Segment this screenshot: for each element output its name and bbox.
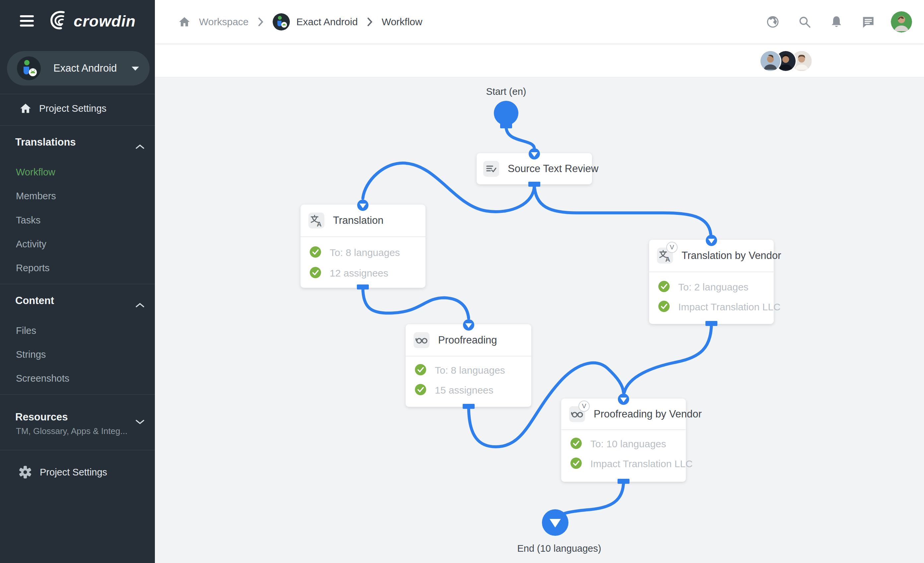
team-avatar-1[interactable]	[759, 50, 782, 72]
divider	[0, 284, 155, 284]
divider	[300, 237, 426, 237]
sidebar-item-reports[interactable]: Reports	[0, 259, 155, 277]
sidebar-item-project-settings-footer[interactable]: Project Settings	[0, 461, 155, 483]
hamburger-menu-icon[interactable]	[20, 15, 34, 28]
divider	[649, 271, 774, 272]
sidebar-section-translations[interactable]: Translations	[0, 133, 155, 151]
chevron-right-icon	[366, 17, 373, 27]
vendor-badge: V	[666, 242, 678, 253]
check-icon	[570, 438, 582, 450]
breadcrumb-page: Workflow	[382, 16, 423, 27]
project-selector-name: Exact Android	[53, 51, 117, 85]
source-text-review-icon	[483, 161, 499, 177]
sidebar-item-workflow[interactable]: Workflow	[0, 163, 155, 181]
glasses-icon	[414, 332, 429, 348]
chat-icon[interactable]	[859, 13, 878, 31]
search-icon[interactable]	[795, 13, 814, 31]
node-row: Impact Translation LLC	[570, 458, 693, 470]
translate-icon: A	[309, 213, 324, 228]
node-title: Proofreading	[438, 334, 497, 346]
check-icon	[658, 301, 670, 313]
sidebar-item-label: Project Settings	[40, 467, 107, 478]
home-icon	[19, 102, 32, 114]
node-row: To: 8 languages	[310, 246, 400, 259]
svg-text:A: A	[317, 220, 322, 228]
node-row-text: To: 8 languages	[435, 365, 505, 376]
node-row: Impact Translation LLC	[658, 301, 780, 313]
sidebar-item-members[interactable]: Members	[0, 187, 155, 205]
divider	[561, 430, 686, 430]
check-icon	[415, 364, 426, 377]
node-title: Source Text Review	[508, 163, 598, 175]
workflow-canvas	[155, 77, 924, 563]
node-row-text: To: 10 languages	[590, 438, 666, 449]
sidebar-item-tasks[interactable]: Tasks	[0, 211, 155, 229]
sidebar-item-activity[interactable]: Activity	[0, 235, 155, 253]
section-label: Translations	[15, 136, 76, 148]
vendor-badge: V	[578, 401, 590, 412]
globe-icon[interactable]	[764, 13, 782, 31]
end-label: End (10 languages)	[493, 543, 626, 554]
check-icon	[658, 281, 670, 293]
check-icon	[310, 267, 321, 280]
gear-icon	[18, 465, 33, 479]
divider	[406, 356, 531, 356]
node-row: 12 assignees	[310, 267, 388, 280]
workflow-node-translation-by-vendor[interactable]: V A Translation by Vendor To: 2 language…	[649, 240, 774, 324]
breadcrumb-project[interactable]: Exact Android	[297, 16, 358, 27]
node-title: Translation	[333, 214, 383, 226]
resources-subtitle: TM, Glossary, Apps & Integ...	[16, 426, 128, 436]
workflow-start-node[interactable]	[494, 101, 518, 125]
sidebar-item-files[interactable]: Files	[0, 321, 155, 340]
node-row-text: Impact Translation LLC	[590, 458, 693, 470]
user-avatar[interactable]	[891, 11, 912, 33]
sidebar-item-project-settings-home[interactable]: Project Settings	[0, 98, 155, 119]
workflow-node-proofreading[interactable]: Proofreading To: 8 languages 15 assignee…	[406, 324, 531, 407]
section-label: Content	[15, 295, 54, 306]
divider	[0, 125, 155, 126]
chevron-up-icon	[135, 296, 145, 314]
node-title: Translation by Vendor	[681, 250, 781, 262]
topbar: Workspace Exact Android Workflow	[155, 0, 924, 43]
breadcrumb-workspace[interactable]: Workspace	[199, 16, 249, 27]
project-selector[interactable]: Exact Android	[7, 51, 150, 85]
node-row: 15 assignees	[415, 384, 494, 397]
chevron-down-icon	[135, 412, 145, 431]
crowdin-wordmark: crowdin	[74, 12, 136, 30]
sidebar: crowdin Exact Android Project Settings T…	[0, 0, 155, 563]
workflow-end-node[interactable]	[542, 509, 568, 536]
section-label: Resources	[15, 411, 68, 423]
check-icon	[415, 384, 426, 397]
divider	[0, 394, 155, 395]
divider	[0, 94, 155, 94]
node-row-text: To: 2 languages	[678, 282, 748, 293]
start-label: Start (en)	[440, 86, 573, 97]
node-row-text: 15 assignees	[435, 385, 494, 396]
check-icon	[570, 458, 582, 470]
check-icon	[310, 246, 321, 259]
svg-text:A: A	[665, 256, 670, 263]
node-row: To: 8 languages	[415, 364, 505, 377]
bell-icon[interactable]	[827, 13, 846, 31]
node-row-text: Impact Translation LLC	[678, 301, 780, 313]
sidebar-item-label: Project Settings	[39, 103, 106, 114]
crowdin-logo-icon	[49, 9, 70, 33]
caret-down-icon	[132, 67, 139, 70]
breadcrumb-project-avatar[interactable]	[273, 13, 290, 30]
sidebar-section-content[interactable]: Content	[0, 292, 155, 310]
chevron-up-icon	[135, 138, 145, 156]
sidebar-item-strings[interactable]: Strings	[0, 345, 155, 364]
node-row-text: 12 assignees	[330, 268, 388, 279]
node-row: To: 2 languages	[658, 281, 748, 293]
workflow-node-source-text-review[interactable]: Source Text Review	[477, 153, 592, 184]
divider	[0, 450, 155, 450]
node-row: To: 10 languages	[570, 438, 666, 450]
node-title: Proofreading by Vendor	[594, 408, 702, 420]
node-row-text: To: 8 languages	[330, 247, 400, 258]
sidebar-item-screenshots[interactable]: Screenshots	[0, 369, 155, 388]
workflow-node-translation[interactable]: A Translation To: 8 languages 12 assigne…	[300, 205, 426, 288]
breadcrumb-home-icon[interactable]	[175, 13, 194, 31]
sidebar-section-resources[interactable]: Resources	[0, 408, 155, 427]
crowdin-logo[interactable]: crowdin	[49, 9, 136, 33]
workflow-node-proofreading-by-vendor[interactable]: V Proofreading by Vendor To: 10 language…	[561, 398, 686, 482]
